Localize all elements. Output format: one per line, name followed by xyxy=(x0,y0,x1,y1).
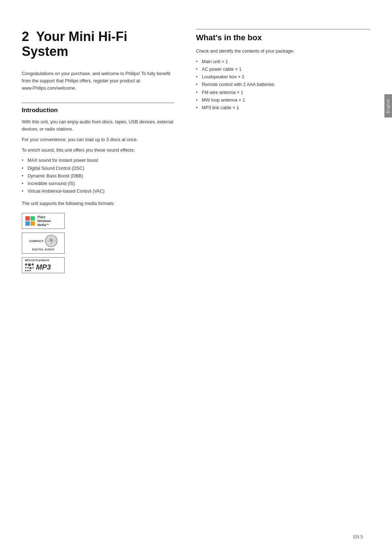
list-item: Loudspeaker box × 2 xyxy=(196,73,370,81)
wm-windows: Windows xyxy=(37,219,51,223)
english-tab: English xyxy=(384,94,392,118)
svg-rect-1 xyxy=(30,216,35,221)
list-item: Virtual Ambience-based Control (VAC) xyxy=(22,188,174,195)
introduction-divider xyxy=(22,103,174,103)
cd-disc-icon: disc xyxy=(45,235,57,247)
whats-in-box-title: What's in the box xyxy=(196,33,370,42)
intro-body-3: To enrich sound, this unit offers you th… xyxy=(22,147,174,154)
svg-rect-0 xyxy=(25,216,30,221)
page-footer: EN 5 xyxy=(353,534,363,539)
list-item: MW loop antenna × 1 xyxy=(196,97,370,104)
list-item: Remote control with 2 AAA batteries xyxy=(196,81,370,89)
compact-label: COMPACT xyxy=(29,239,44,243)
chapter-number: 2 xyxy=(22,29,29,44)
mp3-top-label: MP3-CD PLAYBACK xyxy=(25,259,49,262)
wm-plays: Plays xyxy=(37,215,51,219)
list-item: Incredible surround (IS) xyxy=(22,180,174,188)
right-column: What's in the box Check and identify the… xyxy=(196,29,370,273)
list-item: Main unit × 1 xyxy=(196,58,370,66)
windows-media-icon xyxy=(25,216,35,226)
svg-rect-2 xyxy=(25,221,30,226)
whats-in-box-divider xyxy=(196,29,370,29)
mp3-dot-grid xyxy=(25,263,34,271)
list-item: Dynamic Bass Boost (DBB) xyxy=(22,172,174,180)
list-item: AC power cable × 1 xyxy=(196,66,370,73)
list-item: MAX sound for instant power boost xyxy=(22,157,174,164)
media-logos: Plays Windows Media™ COMPACT xyxy=(22,213,174,273)
windows-media-badge: Plays Windows Media™ xyxy=(22,213,65,229)
chapter-title: Your Mini Hi-Fi System xyxy=(22,29,127,59)
mp3-cd-badge: MP3-CD PLAYBACK xyxy=(22,257,65,273)
list-item: MP3 link cable × 1 xyxy=(196,104,370,112)
list-item: Digital Sound Control (DSC) xyxy=(22,165,174,172)
sound-effects-list: MAX sound for instant power boost Digita… xyxy=(22,157,174,195)
intro-body-2: For your convenience, you can load up to… xyxy=(22,136,174,144)
compact-disc-badge: COMPACT xyxy=(22,233,65,254)
list-item: FM wire antenna × 1 xyxy=(196,89,370,97)
windows-media-text: Plays Windows Media™ xyxy=(37,215,51,227)
page-container: English 2 Your Mini Hi-Fi System Congrat… xyxy=(0,0,392,554)
introduction-title: Introduction xyxy=(22,107,174,114)
check-text: Check and identify the contents of your … xyxy=(196,48,370,55)
wm-media: Media™ xyxy=(37,223,51,227)
intro-paragraph: Congratulations on your purchase, and we… xyxy=(22,70,174,92)
box-items-list: Main unit × 1 AC power cable × 1 Loudspe… xyxy=(196,58,370,112)
digital-audio-label: DIGITAL AUDIO xyxy=(32,248,54,251)
chapter-heading: 2 Your Mini Hi-Fi System xyxy=(22,29,174,59)
media-formats-intro: The unit supports the following media fo… xyxy=(22,200,174,208)
two-col-layout: 2 Your Mini Hi-Fi System Congratulations… xyxy=(22,29,370,273)
cd-top-row: COMPACT xyxy=(29,235,57,247)
svg-rect-3 xyxy=(30,221,35,226)
mp3-text: MP3 xyxy=(36,263,51,271)
svg-text:disc: disc xyxy=(50,238,53,240)
intro-body-1: With this unit, you can enjoy audio from… xyxy=(22,118,174,133)
left-column: 2 Your Mini Hi-Fi System Congratulations… xyxy=(22,29,174,273)
